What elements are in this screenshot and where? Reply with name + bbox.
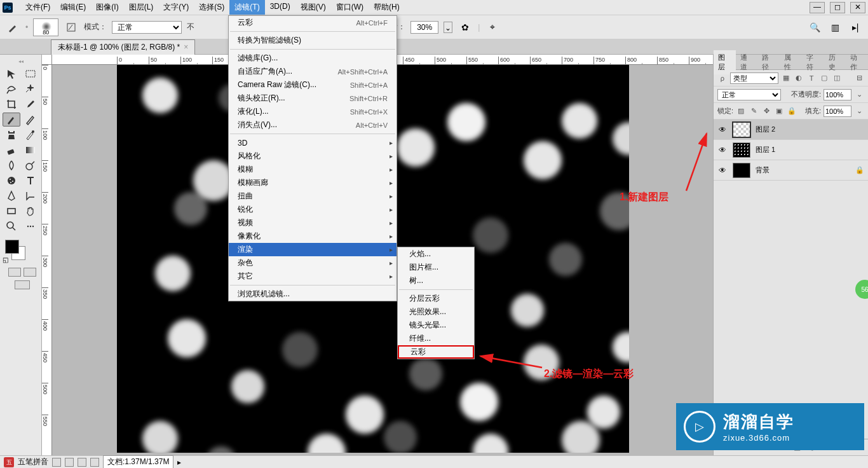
render-item[interactable]: 云彩 [398, 345, 474, 359]
document-tab[interactable]: 未标题-1 @ 100% (图层 2, RGB/8) * × [51, 39, 195, 55]
browse-online-filters-item[interactable]: 浏览联机滤镜... [229, 287, 397, 301]
brush-preset-picker[interactable]: 80 [33, 18, 58, 36]
close-button[interactable]: ✕ [850, 2, 865, 13]
render-item[interactable]: 光照效果... [398, 305, 474, 319]
filter-submenu-item[interactable]: 模糊 [229, 163, 397, 176]
layer-name-label[interactable]: 背景 [756, 165, 770, 175]
filter-menu-item[interactable]: 滤镜库(G)... [229, 52, 397, 65]
close-tab-icon[interactable]: × [184, 43, 188, 52]
layer-row[interactable]: 👁图层 2 [714, 120, 868, 140]
convert-smart-filter-item[interactable]: 转换为智能滤镜(S) [229, 34, 397, 47]
lock-artboard-icon[interactable]: ▣ [774, 106, 784, 116]
filter-submenu-item[interactable]: 像素化 [229, 230, 397, 243]
filter-pixel-icon[interactable]: ▦ [781, 73, 791, 83]
filter-submenu-item[interactable]: 其它 [229, 270, 397, 283]
eraser-tool[interactable] [3, 143, 20, 157]
dots-tool[interactable] [22, 219, 39, 233]
sponge-tool[interactable] [3, 174, 20, 188]
filter-last-item[interactable]: 云彩Alt+Ctrl+F [229, 16, 397, 29]
menu-item-10[interactable]: 帮助(H) [369, 0, 405, 15]
color-swatches[interactable]: ◱ [1, 240, 29, 265]
lock-pixels-icon[interactable]: ✎ [749, 106, 759, 116]
minimize-button[interactable]: — [810, 2, 825, 13]
render-item[interactable]: 纤维... [398, 332, 474, 345]
filter-submenu-item[interactable]: 视频 [229, 216, 397, 230]
filter-menu-item[interactable]: Camera Raw 滤镜(C)...Shift+Ctrl+A [229, 78, 397, 92]
layer-blend-mode-select[interactable]: 正常 [717, 89, 781, 100]
crop-tool[interactable] [3, 97, 20, 111]
ime-icon[interactable]: 五 [4, 457, 14, 467]
path-tool[interactable] [22, 189, 39, 203]
lock-all-icon[interactable]: 🔒 [787, 106, 797, 116]
layer-thumbnail[interactable] [733, 122, 750, 137]
layer-name-label[interactable]: 图层 1 [756, 145, 775, 155]
type-tool[interactable] [22, 174, 39, 188]
arrange-icon[interactable]: ▥ [827, 20, 843, 35]
move-tool[interactable] [3, 67, 20, 81]
screen-mode-button[interactable] [15, 280, 30, 289]
clone-tool[interactable] [3, 128, 20, 142]
filter-menu-item[interactable]: 镜头校正(R)...Shift+Ctrl+R [229, 92, 397, 105]
wand-tool[interactable] [22, 82, 39, 96]
filter-submenu-item[interactable]: 3D [229, 136, 397, 149]
menu-item-4[interactable]: 文字(Y) [158, 0, 194, 15]
dodge-tool[interactable] [22, 158, 39, 172]
fill-dropdown[interactable]: ⌄ [854, 106, 864, 116]
lock-transparent-icon[interactable]: ▨ [736, 106, 746, 116]
brush-tool[interactable] [3, 113, 20, 127]
opacity-dropdown[interactable]: ⌄ [854, 90, 864, 100]
zoom-tool[interactable] [3, 219, 20, 233]
foreground-color[interactable] [5, 240, 19, 254]
smoothing-dropdown[interactable]: ⌄ [444, 22, 452, 33]
render-item[interactable]: 火焰... [398, 247, 474, 261]
menu-item-0[interactable]: 文件(F) [20, 0, 55, 15]
menu-item-6[interactable]: 滤镜(T) [229, 0, 264, 15]
lasso-tool[interactable] [3, 82, 20, 96]
hand-tool[interactable] [22, 204, 39, 218]
rect-tool[interactable] [3, 204, 20, 218]
ime-widget-3[interactable] [78, 458, 86, 467]
layer-thumbnail[interactable] [733, 163, 750, 178]
lock-position-icon[interactable]: ✥ [761, 106, 771, 116]
filter-submenu-item[interactable]: 杂色 [229, 256, 397, 270]
filter-shape-icon[interactable]: ▢ [819, 73, 829, 83]
menu-item-5[interactable]: 选择(S) [194, 0, 229, 15]
smoothing-input[interactable] [410, 21, 438, 34]
default-colors-icon[interactable]: ◱ [3, 256, 8, 263]
quickmask-mode-button[interactable] [24, 268, 36, 277]
visibility-toggle[interactable]: 👁 [717, 166, 728, 175]
filter-type-layer-icon[interactable]: T [806, 73, 817, 83]
layer-filter-select[interactable]: 类型 [730, 72, 778, 84]
pen-tool[interactable] [3, 189, 20, 203]
render-item[interactable]: 图片框... [398, 261, 474, 274]
panel-menu-icon[interactable]: ▸| [848, 20, 863, 35]
brush-panel-toggle[interactable] [64, 20, 79, 35]
opacity-input[interactable] [824, 89, 851, 100]
blend-mode-select[interactable]: 正常 [112, 21, 182, 34]
marquee-tool[interactable] [22, 67, 39, 81]
pencil-tool[interactable] [22, 113, 39, 127]
visibility-toggle[interactable]: 👁 [717, 146, 728, 155]
menu-item-7[interactable]: 3D(D) [265, 0, 295, 15]
filter-adjust-icon[interactable]: ◐ [794, 73, 804, 83]
filter-submenu-item[interactable]: 锐化 [229, 203, 397, 216]
filter-smart-icon[interactable]: ◫ [832, 73, 842, 83]
ruler-origin[interactable] [42, 55, 52, 65]
layer-row[interactable]: 👁图层 1 [714, 140, 868, 160]
menu-item-2[interactable]: 图像(I) [91, 0, 123, 15]
fill-input[interactable] [824, 106, 851, 117]
pressure-icon[interactable]: ⌖ [485, 20, 500, 35]
ime-widget-4[interactable] [90, 458, 99, 467]
filter-submenu-item[interactable]: 模糊画廊 [229, 176, 397, 189]
filter-menu-item[interactable]: 消失点(V)...Alt+Ctrl+V [229, 118, 397, 132]
eyedrop-tool[interactable] [22, 97, 39, 111]
doc-status[interactable]: 文档:1.37M/1.37M [103, 455, 173, 468]
gradient-tool[interactable] [22, 143, 39, 157]
blur-tool[interactable] [3, 158, 20, 172]
render-item[interactable]: 镜头光晕... [398, 319, 474, 332]
filter-submenu-item[interactable]: 风格化 [229, 149, 397, 163]
render-item[interactable]: 分层云彩 [398, 292, 474, 305]
filter-menu-item[interactable]: 液化(L)...Shift+Ctrl+X [229, 105, 397, 118]
menu-item-8[interactable]: 视图(V) [295, 0, 331, 15]
status-menu-icon[interactable]: ▸ [177, 458, 181, 467]
